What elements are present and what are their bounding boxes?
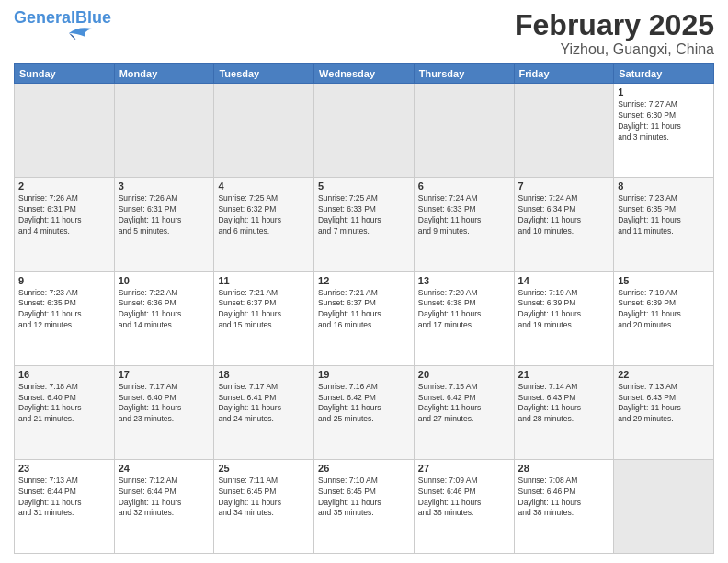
day-cell [414, 84, 514, 178]
weekday-header-tuesday: Tuesday [214, 64, 314, 84]
day-number: 20 [418, 369, 510, 380]
day-cell: 3Sunrise: 7:26 AM Sunset: 6:31 PM Daylig… [114, 178, 214, 271]
weekday-header-sunday: Sunday [15, 64, 115, 84]
day-number: 24 [119, 463, 210, 474]
day-cell: 24Sunrise: 7:12 AM Sunset: 6:44 PM Dayli… [114, 459, 214, 553]
day-number: 5 [318, 180, 410, 191]
day-info: Sunrise: 7:14 AM Sunset: 6:43 PM Dayligh… [518, 382, 610, 426]
title-block: February 2025 Yizhou, Guangxi, China [515, 9, 714, 58]
day-info: Sunrise: 7:17 AM Sunset: 6:40 PM Dayligh… [119, 382, 210, 426]
day-cell [614, 459, 714, 553]
day-number: 16 [18, 369, 110, 380]
day-number: 28 [518, 463, 610, 474]
day-info: Sunrise: 7:11 AM Sunset: 6:45 PM Dayligh… [218, 476, 310, 520]
day-number: 13 [418, 275, 510, 286]
day-number: 27 [418, 463, 510, 474]
day-number: 8 [618, 180, 710, 191]
day-number: 26 [318, 463, 410, 474]
day-info: Sunrise: 7:21 AM Sunset: 6:37 PM Dayligh… [318, 288, 410, 332]
day-info: Sunrise: 7:16 AM Sunset: 6:42 PM Dayligh… [318, 382, 410, 426]
day-cell: 26Sunrise: 7:10 AM Sunset: 6:45 PM Dayli… [314, 459, 415, 553]
day-cell: 1Sunrise: 7:27 AM Sunset: 6:30 PM Daylig… [614, 84, 714, 178]
day-cell [15, 84, 115, 178]
day-number: 12 [318, 275, 410, 286]
day-cell: 5Sunrise: 7:25 AM Sunset: 6:33 PM Daylig… [314, 178, 415, 271]
weekday-header-monday: Monday [114, 64, 214, 84]
day-info: Sunrise: 7:19 AM Sunset: 6:39 PM Dayligh… [518, 288, 610, 332]
weekday-header-wednesday: Wednesday [314, 64, 415, 84]
day-cell [214, 84, 314, 178]
day-number: 17 [119, 369, 210, 380]
day-number: 6 [418, 180, 510, 191]
day-number: 1 [618, 86, 710, 98]
day-cell: 12Sunrise: 7:21 AM Sunset: 6:37 PM Dayli… [314, 271, 415, 365]
day-info: Sunrise: 7:25 AM Sunset: 6:33 PM Dayligh… [318, 193, 410, 237]
day-cell: 10Sunrise: 7:22 AM Sunset: 6:36 PM Dayli… [114, 271, 214, 365]
day-info: Sunrise: 7:13 AM Sunset: 6:43 PM Dayligh… [618, 382, 710, 426]
day-info: Sunrise: 7:23 AM Sunset: 6:35 PM Dayligh… [618, 193, 710, 237]
day-info: Sunrise: 7:20 AM Sunset: 6:38 PM Dayligh… [418, 288, 510, 332]
day-cell: 19Sunrise: 7:16 AM Sunset: 6:42 PM Dayli… [314, 365, 415, 459]
day-number: 21 [518, 369, 610, 380]
day-cell: 9Sunrise: 7:23 AM Sunset: 6:35 PM Daylig… [15, 271, 115, 365]
week-row-1: 2Sunrise: 7:26 AM Sunset: 6:31 PM Daylig… [15, 178, 714, 271]
day-cell [314, 84, 415, 178]
day-info: Sunrise: 7:18 AM Sunset: 6:40 PM Dayligh… [18, 382, 110, 426]
day-cell: 4Sunrise: 7:25 AM Sunset: 6:32 PM Daylig… [214, 178, 314, 271]
day-info: Sunrise: 7:22 AM Sunset: 6:36 PM Dayligh… [119, 288, 210, 332]
day-cell: 21Sunrise: 7:14 AM Sunset: 6:43 PM Dayli… [514, 365, 614, 459]
day-cell: 27Sunrise: 7:09 AM Sunset: 6:46 PM Dayli… [414, 459, 514, 553]
week-row-4: 23Sunrise: 7:13 AM Sunset: 6:44 PM Dayli… [15, 459, 714, 553]
weekday-header-friday: Friday [514, 64, 614, 84]
day-info: Sunrise: 7:26 AM Sunset: 6:31 PM Dayligh… [119, 193, 210, 237]
day-number: 3 [119, 180, 210, 191]
day-cell: 14Sunrise: 7:19 AM Sunset: 6:39 PM Dayli… [514, 271, 614, 365]
day-cell: 22Sunrise: 7:13 AM Sunset: 6:43 PM Dayli… [614, 365, 714, 459]
page: GeneralBlue February 2025 Yizhou, Guangx… [0, 0, 728, 563]
day-info: Sunrise: 7:10 AM Sunset: 6:45 PM Dayligh… [318, 476, 410, 520]
day-cell: 28Sunrise: 7:08 AM Sunset: 6:46 PM Dayli… [514, 459, 614, 553]
day-number: 7 [518, 180, 610, 191]
day-number: 4 [218, 180, 310, 191]
day-number: 2 [18, 180, 110, 191]
day-info: Sunrise: 7:24 AM Sunset: 6:34 PM Dayligh… [518, 193, 610, 237]
day-info: Sunrise: 7:12 AM Sunset: 6:44 PM Dayligh… [119, 476, 210, 520]
day-cell: 16Sunrise: 7:18 AM Sunset: 6:40 PM Dayli… [15, 365, 115, 459]
day-number: 11 [218, 275, 310, 286]
day-info: Sunrise: 7:27 AM Sunset: 6:30 PM Dayligh… [618, 99, 710, 144]
calendar-title: February 2025 [515, 9, 714, 41]
calendar-table: SundayMondayTuesdayWednesdayThursdayFrid… [14, 63, 714, 554]
day-cell: 6Sunrise: 7:24 AM Sunset: 6:33 PM Daylig… [414, 178, 514, 271]
day-cell: 2Sunrise: 7:26 AM Sunset: 6:31 PM Daylig… [15, 178, 115, 271]
day-info: Sunrise: 7:09 AM Sunset: 6:46 PM Dayligh… [418, 476, 510, 520]
week-row-0: 1Sunrise: 7:27 AM Sunset: 6:30 PM Daylig… [15, 84, 714, 178]
day-cell [514, 84, 614, 178]
day-number: 25 [218, 463, 310, 474]
day-cell: 7Sunrise: 7:24 AM Sunset: 6:34 PM Daylig… [514, 178, 614, 271]
day-cell: 18Sunrise: 7:17 AM Sunset: 6:41 PM Dayli… [214, 365, 314, 459]
day-info: Sunrise: 7:21 AM Sunset: 6:37 PM Dayligh… [218, 288, 310, 332]
day-cell: 13Sunrise: 7:20 AM Sunset: 6:38 PM Dayli… [414, 271, 514, 365]
day-info: Sunrise: 7:08 AM Sunset: 6:46 PM Dayligh… [518, 476, 610, 520]
day-info: Sunrise: 7:23 AM Sunset: 6:35 PM Dayligh… [18, 288, 110, 332]
day-info: Sunrise: 7:17 AM Sunset: 6:41 PM Dayligh… [218, 382, 310, 426]
weekday-header-row: SundayMondayTuesdayWednesdayThursdayFrid… [15, 64, 714, 84]
day-cell: 15Sunrise: 7:19 AM Sunset: 6:39 PM Dayli… [614, 271, 714, 365]
week-row-2: 9Sunrise: 7:23 AM Sunset: 6:35 PM Daylig… [15, 271, 714, 365]
day-cell: 8Sunrise: 7:23 AM Sunset: 6:35 PM Daylig… [614, 178, 714, 271]
day-info: Sunrise: 7:26 AM Sunset: 6:31 PM Dayligh… [18, 193, 110, 237]
day-number: 15 [618, 275, 710, 286]
weekday-header-thursday: Thursday [414, 64, 514, 84]
day-number: 23 [18, 463, 110, 474]
day-info: Sunrise: 7:13 AM Sunset: 6:44 PM Dayligh… [18, 476, 110, 520]
day-info: Sunrise: 7:25 AM Sunset: 6:32 PM Dayligh… [218, 193, 310, 237]
logo-bird-icon [14, 24, 106, 42]
day-cell: 17Sunrise: 7:17 AM Sunset: 6:40 PM Dayli… [114, 365, 214, 459]
calendar-subtitle: Yizhou, Guangxi, China [515, 41, 714, 58]
day-info: Sunrise: 7:24 AM Sunset: 6:33 PM Dayligh… [418, 193, 510, 237]
day-number: 18 [218, 369, 310, 380]
day-number: 22 [618, 369, 710, 380]
day-number: 14 [518, 275, 610, 286]
weekday-header-saturday: Saturday [614, 64, 714, 84]
day-cell [114, 84, 214, 178]
